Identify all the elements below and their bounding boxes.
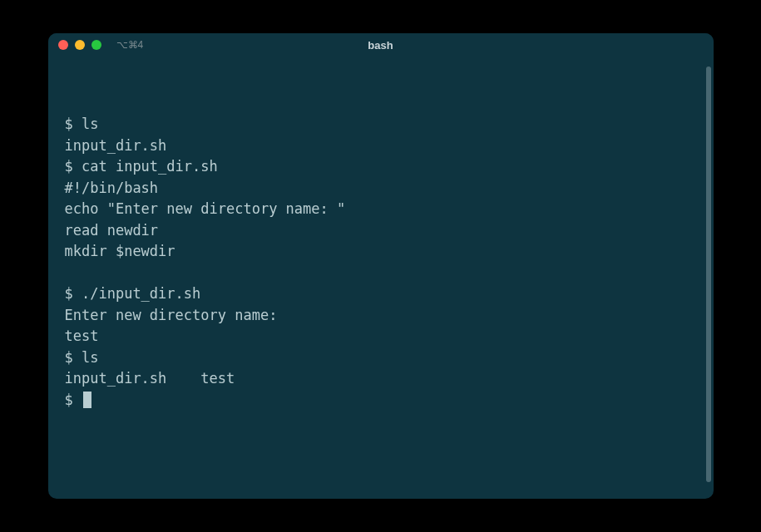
terminal-line: mkdir $newdir: [65, 241, 697, 263]
tab-shortcut-label: ⌥⌘4: [116, 39, 144, 51]
traffic-lights: [58, 40, 101, 50]
window-title: bash: [368, 39, 393, 52]
close-button[interactable]: [58, 40, 68, 50]
terminal-line: input_dir.sh: [65, 135, 697, 157]
terminal-line: Enter new directory name:: [65, 305, 697, 327]
titlebar: ⌥⌘4 bash: [48, 33, 714, 57]
terminal-line: $ cat input_dir.sh: [65, 156, 697, 178]
terminal-line: $ ls: [65, 347, 697, 369]
terminal-line: $ ./input_dir.sh: [65, 283, 697, 305]
terminal-line: [65, 263, 697, 284]
terminal-line: #!/bin/bash: [65, 178, 697, 200]
terminal-window: ⌥⌘4 bash $ lsinput_dir.sh$ cat input_dir…: [48, 33, 714, 499]
scrollbar[interactable]: [706, 66, 711, 482]
minimize-button[interactable]: [75, 40, 85, 50]
terminal-line: read newdir: [65, 220, 697, 242]
terminal-line: $: [65, 390, 697, 411]
terminal-line: echo "Enter new directory name: ": [65, 199, 697, 220]
terminal-body[interactable]: $ lsinput_dir.sh$ cat input_dir.sh#!/bin…: [48, 57, 714, 499]
cursor: [83, 392, 91, 408]
terminal-output: $ lsinput_dir.sh$ cat input_dir.sh#!/bin…: [65, 114, 697, 411]
terminal-line: $ ls: [65, 114, 697, 135]
terminal-line: input_dir.sh test: [65, 368, 697, 390]
maximize-button[interactable]: [91, 40, 101, 50]
terminal-line: test: [65, 326, 697, 347]
